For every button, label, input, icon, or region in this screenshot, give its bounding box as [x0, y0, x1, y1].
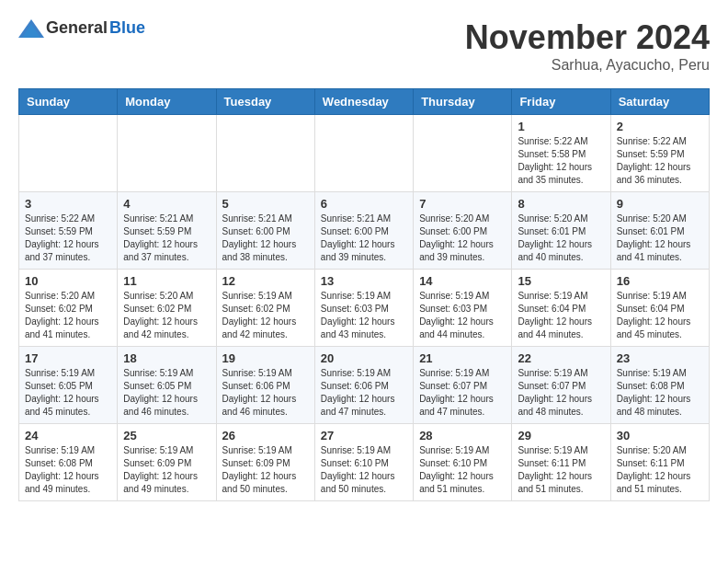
month-title: November 2024	[465, 18, 710, 57]
day-info: Sunrise: 5:19 AM Sunset: 6:07 PM Dayligh…	[518, 367, 604, 419]
day-number: 17	[25, 351, 111, 365]
day-info: Sunrise: 5:20 AM Sunset: 6:01 PM Dayligh…	[518, 213, 604, 264]
page-header: GeneralBlue November 2024 Sarhua, Ayacuc…	[18, 18, 710, 74]
calendar-cell: 16Sunrise: 5:19 AM Sunset: 6:04 PM Dayli…	[610, 270, 709, 347]
day-info: Sunrise: 5:19 AM Sunset: 6:02 PM Dayligh…	[222, 290, 309, 341]
day-info: Sunrise: 5:20 AM Sunset: 6:02 PM Dayligh…	[123, 290, 210, 341]
weekday-header: Wednesday	[314, 89, 413, 115]
calendar-cell: 10Sunrise: 5:20 AM Sunset: 6:02 PM Dayli…	[19, 270, 118, 347]
calendar-cell: 7Sunrise: 5:20 AM Sunset: 6:00 PM Daylig…	[414, 192, 512, 270]
day-number: 19	[222, 351, 309, 365]
day-number: 16	[617, 274, 703, 288]
day-info: Sunrise: 5:20 AM Sunset: 6:11 PM Dayligh…	[617, 444, 703, 496]
calendar-cell: 11Sunrise: 5:20 AM Sunset: 6:02 PM Dayli…	[118, 270, 216, 347]
day-number: 28	[419, 429, 506, 442]
logo: GeneralBlue	[18, 18, 145, 38]
day-info: Sunrise: 5:20 AM Sunset: 6:02 PM Dayligh…	[25, 290, 111, 341]
day-number: 5	[222, 197, 309, 211]
calendar-cell: 13Sunrise: 5:19 AM Sunset: 6:03 PM Dayli…	[314, 270, 413, 347]
weekday-header: Thursday	[414, 89, 512, 115]
calendar-cell: 30Sunrise: 5:20 AM Sunset: 6:11 PM Dayli…	[610, 424, 709, 501]
day-number: 13	[321, 274, 407, 288]
day-number: 11	[123, 274, 210, 288]
day-number: 12	[222, 274, 309, 288]
day-info: Sunrise: 5:22 AM Sunset: 5:58 PM Dayligh…	[518, 135, 604, 187]
logo-blue-text: Blue	[109, 18, 145, 38]
calendar-cell	[19, 115, 118, 192]
day-info: Sunrise: 5:19 AM Sunset: 6:09 PM Dayligh…	[123, 444, 210, 496]
day-info: Sunrise: 5:20 AM Sunset: 6:01 PM Dayligh…	[617, 213, 703, 264]
calendar-cell: 8Sunrise: 5:20 AM Sunset: 6:01 PM Daylig…	[512, 192, 610, 270]
calendar-week-row: 10Sunrise: 5:20 AM Sunset: 6:02 PM Dayli…	[19, 270, 710, 347]
calendar-week-row: 3Sunrise: 5:22 AM Sunset: 5:59 PM Daylig…	[19, 192, 710, 270]
day-number: 25	[123, 429, 210, 442]
logo-icon	[18, 19, 44, 38]
title-block: November 2024 Sarhua, Ayacucho, Peru	[465, 18, 710, 74]
day-info: Sunrise: 5:19 AM Sunset: 6:03 PM Dayligh…	[321, 290, 407, 341]
day-number: 7	[419, 197, 506, 211]
calendar-week-row: 1Sunrise: 5:22 AM Sunset: 5:58 PM Daylig…	[19, 115, 710, 192]
day-info: Sunrise: 5:19 AM Sunset: 6:04 PM Dayligh…	[617, 290, 703, 341]
calendar-cell: 25Sunrise: 5:19 AM Sunset: 6:09 PM Dayli…	[118, 424, 216, 501]
day-number: 30	[617, 429, 703, 442]
calendar-cell	[216, 115, 314, 192]
day-info: Sunrise: 5:21 AM Sunset: 6:00 PM Dayligh…	[321, 213, 407, 264]
calendar-cell: 5Sunrise: 5:21 AM Sunset: 6:00 PM Daylig…	[216, 192, 314, 270]
weekday-header: Friday	[512, 89, 610, 115]
day-info: Sunrise: 5:19 AM Sunset: 6:11 PM Dayligh…	[518, 444, 604, 496]
calendar-cell: 27Sunrise: 5:19 AM Sunset: 6:10 PM Dayli…	[314, 424, 413, 501]
day-info: Sunrise: 5:19 AM Sunset: 6:07 PM Dayligh…	[419, 367, 506, 419]
calendar-cell: 14Sunrise: 5:19 AM Sunset: 6:03 PM Dayli…	[414, 270, 512, 347]
day-info: Sunrise: 5:19 AM Sunset: 6:09 PM Dayligh…	[222, 444, 309, 496]
day-number: 4	[123, 197, 210, 211]
day-info: Sunrise: 5:19 AM Sunset: 6:03 PM Dayligh…	[419, 290, 506, 341]
weekday-header: Saturday	[610, 89, 709, 115]
day-info: Sunrise: 5:22 AM Sunset: 5:59 PM Dayligh…	[25, 213, 111, 264]
day-number: 9	[617, 197, 703, 211]
day-info: Sunrise: 5:19 AM Sunset: 6:06 PM Dayligh…	[222, 367, 309, 419]
calendar-cell: 18Sunrise: 5:19 AM Sunset: 6:05 PM Dayli…	[118, 347, 216, 424]
calendar-cell: 23Sunrise: 5:19 AM Sunset: 6:08 PM Dayli…	[610, 347, 709, 424]
calendar-cell: 21Sunrise: 5:19 AM Sunset: 6:07 PM Dayli…	[414, 347, 512, 424]
calendar-table: SundayMondayTuesdayWednesdayThursdayFrid…	[18, 88, 710, 501]
day-number: 1	[518, 120, 604, 133]
day-info: Sunrise: 5:19 AM Sunset: 6:10 PM Dayligh…	[321, 444, 407, 496]
day-info: Sunrise: 5:19 AM Sunset: 6:05 PM Dayligh…	[123, 367, 210, 419]
calendar-week-row: 24Sunrise: 5:19 AM Sunset: 6:08 PM Dayli…	[19, 424, 710, 501]
day-number: 14	[419, 274, 506, 288]
day-info: Sunrise: 5:19 AM Sunset: 6:08 PM Dayligh…	[617, 367, 703, 419]
day-number: 23	[617, 351, 703, 365]
day-info: Sunrise: 5:22 AM Sunset: 5:59 PM Dayligh…	[617, 135, 703, 187]
calendar-cell: 24Sunrise: 5:19 AM Sunset: 6:08 PM Dayli…	[19, 424, 118, 501]
weekday-header: Tuesday	[216, 89, 314, 115]
calendar-cell: 4Sunrise: 5:21 AM Sunset: 5:59 PM Daylig…	[118, 192, 216, 270]
day-number: 18	[123, 351, 210, 365]
calendar-cell	[414, 115, 512, 192]
weekday-header-row: SundayMondayTuesdayWednesdayThursdayFrid…	[19, 89, 710, 115]
day-number: 10	[25, 274, 111, 288]
calendar-cell: 9Sunrise: 5:20 AM Sunset: 6:01 PM Daylig…	[610, 192, 709, 270]
calendar-cell: 3Sunrise: 5:22 AM Sunset: 5:59 PM Daylig…	[19, 192, 118, 270]
day-number: 20	[321, 351, 407, 365]
day-number: 2	[617, 120, 703, 133]
calendar-cell: 29Sunrise: 5:19 AM Sunset: 6:11 PM Dayli…	[512, 424, 610, 501]
calendar-cell: 26Sunrise: 5:19 AM Sunset: 6:09 PM Dayli…	[216, 424, 314, 501]
day-info: Sunrise: 5:20 AM Sunset: 6:00 PM Dayligh…	[419, 213, 506, 264]
day-number: 26	[222, 429, 309, 442]
day-number: 27	[321, 429, 407, 442]
day-number: 15	[518, 274, 604, 288]
calendar-cell: 12Sunrise: 5:19 AM Sunset: 6:02 PM Dayli…	[216, 270, 314, 347]
calendar-cell: 22Sunrise: 5:19 AM Sunset: 6:07 PM Dayli…	[512, 347, 610, 424]
day-number: 24	[25, 429, 111, 442]
calendar-cell	[118, 115, 216, 192]
calendar-cell: 15Sunrise: 5:19 AM Sunset: 6:04 PM Dayli…	[512, 270, 610, 347]
day-number: 21	[419, 351, 506, 365]
calendar-cell: 19Sunrise: 5:19 AM Sunset: 6:06 PM Dayli…	[216, 347, 314, 424]
location-subtitle: Sarhua, Ayacucho, Peru	[465, 57, 710, 74]
calendar-cell: 28Sunrise: 5:19 AM Sunset: 6:10 PM Dayli…	[414, 424, 512, 501]
day-info: Sunrise: 5:19 AM Sunset: 6:04 PM Dayligh…	[518, 290, 604, 341]
day-info: Sunrise: 5:19 AM Sunset: 6:05 PM Dayligh…	[25, 367, 111, 419]
day-info: Sunrise: 5:21 AM Sunset: 5:59 PM Dayligh…	[123, 213, 210, 264]
weekday-header: Monday	[118, 89, 216, 115]
day-info: Sunrise: 5:19 AM Sunset: 6:06 PM Dayligh…	[321, 367, 407, 419]
